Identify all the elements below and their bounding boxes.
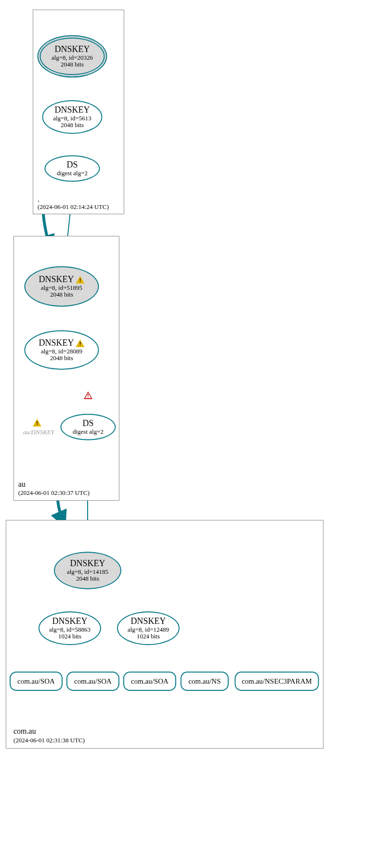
- zone-au-name: au: [18, 480, 26, 489]
- record-label: com.au/NS: [188, 677, 220, 686]
- record-label: com.au/SOA: [74, 677, 112, 686]
- node-sub2: 2048 bits: [61, 61, 84, 68]
- node-comau-ksk[interactable]: DNSKEY alg=8, id=14185 2048 bits: [54, 552, 121, 589]
- node-sub: alg=8, id=51895: [41, 285, 82, 291]
- node-title: DNSKEY: [70, 559, 105, 569]
- node-sub: digest alg=2: [73, 428, 103, 435]
- node-root-ksk[interactable]: DNSKEY alg=8, id=20326 2048 bits: [38, 35, 107, 78]
- record-label: com.au/NSEC3PARAM: [242, 677, 312, 686]
- node-sub2: 2048 bits: [76, 575, 99, 582]
- node-comau-zsk2[interactable]: DNSKEY alg=8, id=12489 1024 bits: [117, 611, 180, 645]
- node-title: DS: [66, 160, 78, 170]
- node-au-ksk[interactable]: DNSKEY alg=8, id=51895 2048 bits: [25, 266, 99, 307]
- record-ns[interactable]: com.au/NS: [181, 672, 229, 691]
- au-dnskey-warning-icon: [33, 419, 41, 428]
- node-au-zsk[interactable]: DNSKEY alg=8, id=28089 2048 bits: [25, 330, 99, 370]
- node-title: DNSKEY: [52, 617, 87, 626]
- au-dnskey-warning-text: au/DNSKEY: [23, 428, 54, 436]
- node-sub2: 1024 bits: [58, 633, 81, 640]
- record-soa-1[interactable]: com.au/SOA: [10, 672, 63, 691]
- node-sub: alg=8, id=5613: [53, 115, 91, 122]
- node-title: DNSKEY: [39, 338, 74, 348]
- zone-comau-name: com.au: [13, 727, 36, 736]
- node-sub2: 1024 bits: [137, 633, 160, 640]
- record-label: com.au/SOA: [17, 677, 55, 686]
- zone-comau-ts: (2024-06-01 02:31:38 UTC): [13, 737, 85, 744]
- diagram-canvas: . (2024-06-01 02:14:24 UTC) DNSKEY alg=8…: [0, 0, 375, 868]
- edge-error-icon: !: [84, 391, 92, 401]
- warning-icon: [76, 276, 85, 284]
- node-title: DS: [82, 419, 93, 428]
- node-sub: digest alg=2: [57, 170, 88, 177]
- record-soa-3[interactable]: com.au/SOA: [123, 672, 176, 691]
- node-title: DNSKEY: [39, 275, 74, 285]
- node-title: DNSKEY: [54, 45, 90, 54]
- zone-au-ts: (2024-06-01 02:30:37 UTC): [18, 489, 90, 497]
- record-nsec3param[interactable]: com.au/NSEC3PARAM: [235, 672, 319, 691]
- record-label: com.au/SOA: [131, 677, 168, 686]
- node-au-ds[interactable]: DS digest alg=2: [61, 414, 116, 440]
- node-sub2: 2048 bits: [50, 355, 73, 362]
- node-sub: alg=8, id=14185: [67, 569, 108, 575]
- node-root-zsk[interactable]: DNSKEY alg=8, id=5613 2048 bits: [42, 100, 103, 134]
- warning-icon: [76, 339, 85, 347]
- node-title: DNSKEY: [54, 105, 90, 115]
- node-comau-zsk1[interactable]: DNSKEY alg=8, id=58863 1024 bits: [39, 611, 101, 645]
- zone-root-name: .: [38, 195, 39, 204]
- node-sub2: 2048 bits: [61, 122, 84, 129]
- node-sub: alg=8, id=28089: [41, 348, 82, 355]
- node-sub: alg=8, id=20326: [52, 54, 93, 61]
- node-sub2: 2048 bits: [50, 291, 73, 298]
- node-sub: alg=8, id=12489: [128, 626, 169, 633]
- zone-root-ts: (2024-06-01 02:14:24 UTC): [38, 203, 109, 211]
- record-soa-2[interactable]: com.au/SOA: [66, 672, 119, 691]
- node-sub: alg=8, id=58863: [49, 626, 91, 633]
- node-root-ds[interactable]: DS digest alg=2: [45, 155, 100, 182]
- node-title: DNSKEY: [130, 617, 166, 626]
